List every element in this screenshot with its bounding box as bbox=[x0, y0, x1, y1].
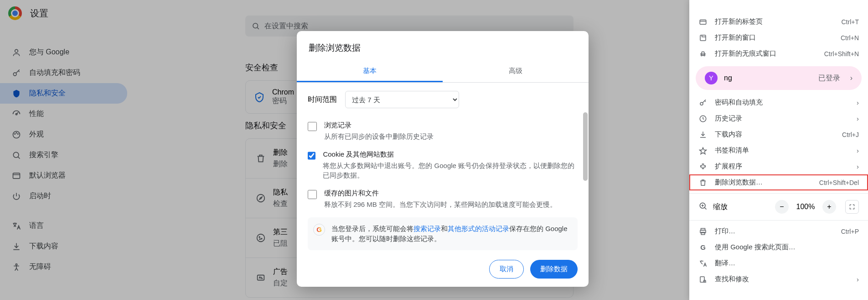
menu-new-window[interactable]: 打开新的窗口 Ctrl+N bbox=[689, 30, 868, 46]
row-sub: 自定 bbox=[273, 279, 288, 288]
menu-label: 打印… bbox=[715, 227, 735, 236]
zoom-label: 缩放 bbox=[713, 202, 728, 212]
menu-label: 查找和修改 bbox=[715, 275, 749, 284]
menu-bookmarks[interactable]: 书签和清单 › bbox=[689, 142, 868, 158]
menu-zoom: 缩放 − 100% + bbox=[689, 196, 868, 217]
menu-extensions[interactable]: 扩展程序 › bbox=[689, 158, 868, 174]
menu-incognito[interactable]: 打开新的无痕式窗口 Ctrl+Shift+N bbox=[689, 46, 868, 62]
shield-icon bbox=[12, 89, 21, 98]
menu-account[interactable]: Y ng 已登录 › bbox=[696, 66, 862, 90]
menu-print[interactable]: 打印… Ctrl+P bbox=[689, 223, 868, 239]
window-icon bbox=[699, 34, 707, 42]
star-icon bbox=[699, 147, 707, 155]
accessibility-icon bbox=[12, 263, 21, 272]
svg-line-37 bbox=[705, 282, 706, 283]
cookie-icon bbox=[256, 233, 266, 243]
menu-clear-browsing-data[interactable]: 删除浏览数据… Ctrl+Shift+Del bbox=[689, 174, 868, 190]
puzzle-icon bbox=[699, 163, 707, 171]
fullscreen-button[interactable] bbox=[845, 200, 859, 214]
shortcut: Ctrl+J bbox=[842, 131, 859, 138]
sidebar-item-label: 无障碍 bbox=[29, 262, 51, 272]
shortcut: Ctrl+Shift+N bbox=[824, 50, 859, 58]
google-g-icon: G bbox=[698, 243, 708, 251]
google-account-info: G 当您登录后，系统可能会将搜索记录和其他形式的活动记录保存在您的 Google… bbox=[308, 217, 578, 250]
safety-line2: 密码 bbox=[272, 96, 294, 106]
time-range-select[interactable]: 过去 7 天 bbox=[345, 91, 459, 108]
sidebar-item-autofill[interactable]: 自动填充和密码 bbox=[0, 63, 127, 83]
power-icon bbox=[12, 192, 21, 201]
sidebar-item-performance[interactable]: 性能 bbox=[0, 104, 127, 124]
checkbox-label: 浏览记录 bbox=[324, 121, 434, 130]
sidebar-item-on-startup[interactable]: 启动时 bbox=[0, 186, 127, 206]
sidebar-item-accessibility[interactable]: 无障碍 bbox=[0, 257, 127, 277]
clear-browsing-data-dialog: 删除浏览数据 基本 高级 时间范围 过去 7 天 浏览记录 从所有已同步的设备中… bbox=[297, 31, 589, 287]
shortcut: Ctrl+T bbox=[842, 18, 859, 26]
menu-passwords[interactable]: 密码和自动填充 › bbox=[689, 95, 868, 111]
svg-point-3 bbox=[13, 73, 16, 76]
sidebar-item-search-engine[interactable]: 搜索引擎 bbox=[0, 145, 127, 165]
svg-point-2 bbox=[15, 49, 18, 53]
download-icon bbox=[699, 131, 707, 139]
safety-line1: Chrom bbox=[272, 88, 294, 96]
chrome-logo-icon bbox=[8, 6, 22, 20]
menu-label: 使用 Google 搜索此页面… bbox=[715, 243, 796, 252]
menu-find-edit[interactable]: 查找和修改 › bbox=[689, 271, 868, 287]
svg-point-9 bbox=[13, 152, 19, 158]
dialog-title: 删除浏览数据 bbox=[297, 31, 589, 61]
menu-google-search-page[interactable]: G 使用 Google 搜索此页面… bbox=[689, 239, 868, 255]
checkbox-sub: 将您从大多数网站中退出账号。您的 Google 账号仍会保持登录状态，以便删除您… bbox=[323, 161, 578, 180]
chevron-right-icon: › bbox=[857, 99, 859, 106]
checkbox-sub: 释放不到 296 MB 空间。当您下次访问时，某些网站的加载速度可能会更慢。 bbox=[324, 200, 557, 209]
zoom-in-button[interactable]: + bbox=[822, 200, 836, 214]
zoom-out-button[interactable]: − bbox=[775, 200, 789, 214]
sidebar-item-languages[interactable]: 语言 bbox=[0, 216, 127, 236]
account-status: 已登录 bbox=[818, 74, 840, 83]
ad-icon bbox=[256, 273, 266, 283]
cancel-button[interactable]: 取消 bbox=[489, 260, 524, 279]
row-title: 第三 bbox=[273, 227, 288, 237]
svg-rect-23 bbox=[700, 35, 706, 41]
sidebar-item-privacy[interactable]: 隐私和安全 bbox=[0, 83, 127, 104]
dialog-scrollbar[interactable] bbox=[583, 112, 588, 181]
tab-advanced[interactable]: 高级 bbox=[443, 61, 589, 82]
search-icon bbox=[12, 151, 21, 160]
menu-label: 密码和自动填充 bbox=[715, 98, 763, 107]
link-other-activity[interactable]: 其他形式的活动记录 bbox=[448, 225, 509, 232]
menu-label: 扩展程序 bbox=[715, 162, 742, 171]
link-search-records[interactable]: 搜索记录 bbox=[413, 225, 441, 232]
settings-sidebar: 您与 Google 自动填充和密码 隐私和安全 性能 外观 搜索引擎 默认浏览器 bbox=[0, 42, 131, 277]
avatar: Y bbox=[705, 72, 718, 84]
menu-translate[interactable]: 翻译… bbox=[689, 255, 868, 271]
checkbox-cached[interactable] bbox=[308, 190, 317, 199]
svg-point-16 bbox=[257, 234, 265, 242]
chevron-right-icon: › bbox=[857, 275, 859, 283]
account-name: ng bbox=[724, 74, 732, 82]
fullscreen-icon bbox=[849, 204, 855, 210]
shortcut: Ctrl+N bbox=[841, 34, 859, 42]
search-icon bbox=[252, 22, 260, 30]
delete-data-button[interactable]: 删除数据 bbox=[530, 260, 578, 279]
menu-history[interactable]: 历史记录 › bbox=[689, 111, 868, 126]
checkbox-browsing-history[interactable] bbox=[308, 122, 317, 131]
trash-icon bbox=[256, 153, 266, 163]
svg-point-14 bbox=[257, 195, 265, 202]
sidebar-item-appearance[interactable]: 外观 bbox=[0, 124, 127, 145]
menu-label: 打开新的标签页 bbox=[715, 17, 763, 26]
trash-icon bbox=[699, 179, 707, 187]
checkbox-cookies[interactable] bbox=[308, 151, 315, 160]
tab-basic[interactable]: 基本 bbox=[297, 61, 443, 82]
row-title: 隐私 bbox=[273, 188, 288, 197]
sidebar-item-downloads[interactable]: 下载内容 bbox=[0, 236, 127, 257]
svg-rect-22 bbox=[700, 20, 706, 24]
sidebar-item-default-browser[interactable]: 默认浏览器 bbox=[0, 165, 127, 186]
tab-icon bbox=[699, 18, 707, 26]
menu-new-tab[interactable]: 打开新的标签页 Ctrl+T bbox=[689, 14, 868, 30]
compass-icon bbox=[256, 193, 266, 203]
sidebar-item-you-and-google[interactable]: 您与 Google bbox=[0, 42, 127, 63]
info-text: 和 bbox=[441, 225, 448, 232]
row-sub: 检查 bbox=[273, 199, 288, 209]
chrome-main-menu: 将 Chrome 设为您的默认浏览器 打开新的标签页 Ctrl+T 打开新的窗口… bbox=[689, 0, 868, 300]
menu-downloads[interactable]: 下载内容 Ctrl+J bbox=[689, 126, 868, 142]
key-icon bbox=[699, 99, 707, 107]
svg-point-0 bbox=[253, 23, 258, 28]
